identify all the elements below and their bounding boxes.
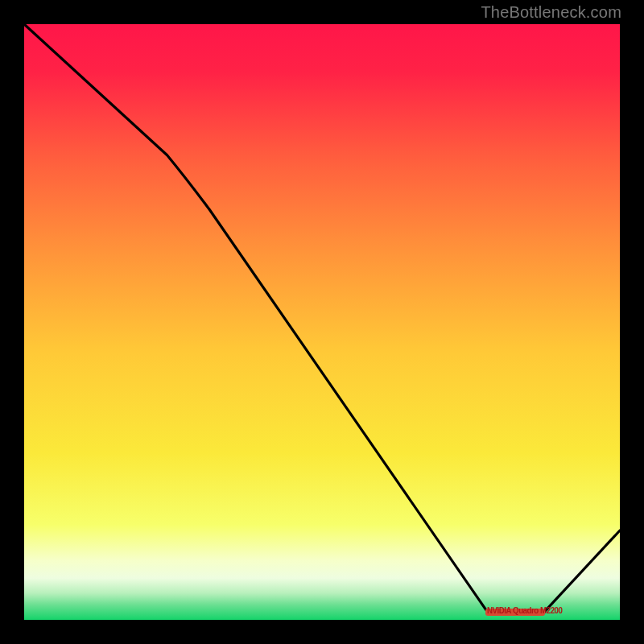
chart-frame: TheBottleneck.com xyxy=(0,0,644,644)
ideal-label: NVIDIA Quadro M2200 xyxy=(487,605,562,615)
chart-svg xyxy=(24,24,620,620)
gradient-background xyxy=(24,24,620,620)
watermark-text: TheBottleneck.com xyxy=(481,3,621,22)
plot-area: NVIDIA Quadro M2200 xyxy=(24,24,620,620)
